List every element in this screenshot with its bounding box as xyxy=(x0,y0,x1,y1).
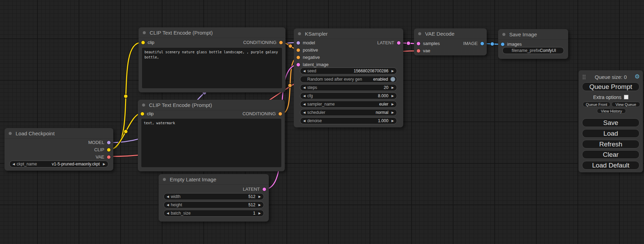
collapse-dot-icon[interactable] xyxy=(8,132,12,135)
queue-prompt-button[interactable]: Queue Prompt xyxy=(582,82,639,91)
left-arrow-icon[interactable]: ◀ xyxy=(303,70,306,73)
node-empty-latent-image[interactable]: Empty Latent Image LATENT ◀ width 512 ▶ … xyxy=(159,174,269,222)
right-arrow-icon[interactable]: ▶ xyxy=(103,163,105,166)
image-port-icon[interactable] xyxy=(501,43,504,46)
latent-port-icon[interactable] xyxy=(417,42,420,45)
collapse-dot-icon[interactable] xyxy=(142,31,146,35)
input-latent-image[interactable]: latent_image xyxy=(294,61,403,68)
view-queue-button[interactable]: View Queue xyxy=(611,102,640,107)
output-clip[interactable]: CLIP xyxy=(5,146,113,153)
scheduler-widget[interactable]: ◀ scheduler normal ▶ xyxy=(300,109,397,116)
input-clip[interactable]: clip xyxy=(141,111,154,116)
vae-port-icon[interactable] xyxy=(107,155,111,159)
conditioning-port-icon[interactable] xyxy=(297,56,300,59)
image-port-icon[interactable] xyxy=(480,42,484,45)
output-latent[interactable]: LATENT xyxy=(359,39,403,46)
latent-port-icon[interactable] xyxy=(397,41,400,45)
input-images[interactable]: images xyxy=(498,40,568,48)
node-vae-decode[interactable]: VAE Decode samples IMAGE vae xyxy=(414,28,487,55)
right-arrow-icon[interactable]: ▶ xyxy=(258,195,261,198)
prompt-textarea[interactable]: text, watermark xyxy=(141,119,281,167)
node-ksampler[interactable]: KSampler model positive negative latent_… xyxy=(294,28,403,127)
node-clip-text-encode-positive[interactable]: CLIP Text Encode (Prompt) clip CONDITION… xyxy=(139,27,285,92)
input-clip[interactable]: clip xyxy=(141,40,155,45)
denoise-widget[interactable]: ◀ denoise 1.000 ▶ xyxy=(300,117,397,124)
right-arrow-icon[interactable]: ▶ xyxy=(258,212,261,215)
filename-prefix-widget[interactable]: filename_prefix ComfyUI xyxy=(502,47,564,54)
right-arrow-icon[interactable]: ▶ xyxy=(391,94,394,98)
height-widget[interactable]: ◀ height 512 ▶ xyxy=(164,201,264,208)
view-history-button[interactable]: View History xyxy=(597,108,626,114)
right-arrow-icon[interactable]: ▶ xyxy=(391,86,394,89)
seed-widget[interactable]: ◀ seed 156680208700286 ▶ xyxy=(300,67,397,74)
output-model[interactable]: MODEL xyxy=(5,139,113,146)
conditioning-port-icon[interactable] xyxy=(279,112,282,116)
node-title-bar[interactable]: CLIP Text Encode (Prompt) xyxy=(138,100,285,110)
random-seed-toggle[interactable]: Random seed after every gen enabled xyxy=(300,76,397,83)
node-title-bar[interactable]: CLIP Text Encode (Prompt) xyxy=(139,27,285,38)
prompt-textarea[interactable]: beautiful scenery nature glass bottle la… xyxy=(142,48,282,88)
collapse-dot-icon[interactable] xyxy=(298,32,301,36)
refresh-button[interactable]: Refresh xyxy=(582,140,639,148)
cfg-widget[interactable]: ◀ cfg 8.000 ▶ xyxy=(300,92,397,99)
clip-port-icon[interactable] xyxy=(141,112,144,116)
width-widget[interactable]: ◀ width 512 ▶ xyxy=(164,193,264,200)
sampler-name-widget[interactable]: ◀ sampler_name euler ▶ xyxy=(300,101,397,108)
input-negative[interactable]: negative xyxy=(294,54,403,61)
right-arrow-icon[interactable]: ▶ xyxy=(258,204,261,207)
clip-port-icon[interactable] xyxy=(141,41,145,44)
collapse-dot-icon[interactable] xyxy=(502,33,506,36)
extra-options-checkbox[interactable] xyxy=(624,95,628,99)
output-conditioning[interactable]: CONDITIONING xyxy=(242,111,282,116)
right-arrow-icon[interactable]: ▶ xyxy=(391,103,394,106)
clip-port-icon[interactable] xyxy=(107,148,111,152)
vae-port-icon[interactable] xyxy=(417,49,420,53)
queue-front-button[interactable]: Queue Front xyxy=(583,102,610,107)
left-arrow-icon[interactable]: ◀ xyxy=(303,103,306,106)
model-port-icon[interactable] xyxy=(107,141,111,144)
left-arrow-icon[interactable]: ◀ xyxy=(303,94,306,98)
node-load-checkpoint[interactable]: Load Checkpoint MODEL CLIP VAE ◀ ckpt_na… xyxy=(5,128,113,171)
load-default-button[interactable]: Load Default xyxy=(582,161,639,170)
model-port-icon[interactable] xyxy=(297,41,300,45)
node-title-bar[interactable]: Load Checkpoint xyxy=(5,128,113,139)
left-arrow-icon[interactable]: ◀ xyxy=(167,204,169,207)
conditioning-port-icon[interactable] xyxy=(297,48,300,52)
node-save-image[interactable]: Save Image images filename_prefix ComfyU… xyxy=(498,29,568,59)
collapse-dot-icon[interactable] xyxy=(418,32,422,36)
left-arrow-icon[interactable]: ◀ xyxy=(167,212,169,215)
input-vae[interactable]: vae xyxy=(414,47,487,54)
right-arrow-icon[interactable]: ▶ xyxy=(391,119,394,123)
graph-canvas[interactable]: Load Checkpoint MODEL CLIP VAE ◀ ckpt_na… xyxy=(0,0,644,244)
steps-widget[interactable]: ◀ steps 20 ▶ xyxy=(300,84,397,91)
input-samples[interactable]: samples xyxy=(417,41,440,46)
load-button[interactable]: Load xyxy=(582,129,639,138)
left-arrow-icon[interactable]: ◀ xyxy=(167,195,169,198)
right-arrow-icon[interactable]: ▶ xyxy=(391,70,394,73)
node-title-bar[interactable]: KSampler xyxy=(294,28,403,39)
conditioning-port-icon[interactable] xyxy=(279,41,283,44)
settings-gear-icon[interactable]: ⚙ xyxy=(635,73,640,81)
right-arrow-icon[interactable]: ▶ xyxy=(391,111,394,114)
ckpt-name-widget[interactable]: ◀ ckpt_name v1-5-pruned-emaonly.ckpt ▶ xyxy=(9,161,108,168)
batch-size-widget[interactable]: ◀ batch_size 1 ▶ xyxy=(164,210,264,217)
left-arrow-icon[interactable]: ◀ xyxy=(303,119,306,123)
node-title-bar[interactable]: Save Image xyxy=(498,29,568,40)
left-arrow-icon[interactable]: ◀ xyxy=(303,86,306,89)
node-title-bar[interactable]: Empty Latent Image xyxy=(159,174,269,185)
output-latent[interactable]: LATENT xyxy=(159,186,269,193)
output-vae[interactable]: VAE xyxy=(5,153,113,161)
collapse-dot-icon[interactable] xyxy=(142,103,145,107)
node-clip-text-encode-negative[interactable]: CLIP Text Encode (Prompt) clip CONDITION… xyxy=(138,100,285,171)
left-arrow-icon[interactable]: ◀ xyxy=(303,111,306,114)
collapse-dot-icon[interactable] xyxy=(162,178,166,181)
latent-port-icon[interactable] xyxy=(297,63,300,66)
node-title-bar[interactable]: VAE Decode xyxy=(414,28,487,39)
left-arrow-icon[interactable]: ◀ xyxy=(12,163,15,166)
output-image[interactable]: IMAGE xyxy=(463,41,484,46)
output-conditioning[interactable]: CONDITIONING xyxy=(243,40,283,45)
latent-port-icon[interactable] xyxy=(263,188,266,191)
clear-button[interactable]: Clear xyxy=(582,150,639,159)
input-positive[interactable]: positive xyxy=(294,46,403,54)
toggle-knob-icon[interactable] xyxy=(390,77,395,82)
